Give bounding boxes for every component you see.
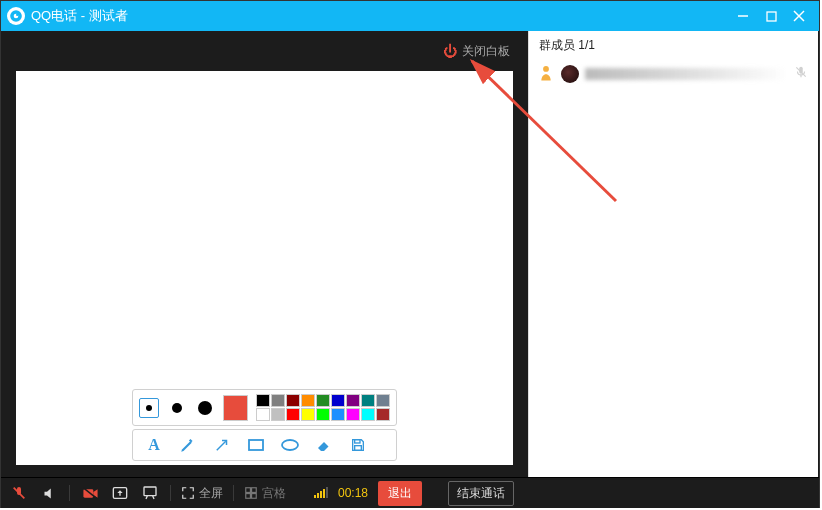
share-screen-icon[interactable] — [110, 486, 130, 500]
svg-rect-7 — [189, 439, 193, 443]
person-icon — [539, 64, 555, 83]
exit-button[interactable]: 退出 — [378, 481, 422, 506]
color-swatch[interactable] — [376, 394, 390, 407]
bottom-toolbar: 全屏 宫格 00:18 退出 结束通话 — [1, 477, 819, 508]
color-swatch[interactable] — [271, 394, 285, 407]
ellipse-tool[interactable] — [275, 433, 305, 457]
app-logo-icon — [7, 7, 25, 25]
brush-sizes — [139, 398, 215, 418]
fullscreen-button[interactable]: 全屏 — [181, 485, 223, 502]
session-name: 测试者 — [89, 8, 128, 23]
color-swatch[interactable] — [331, 408, 345, 421]
color-swatch[interactable] — [271, 408, 285, 421]
color-swatch[interactable] — [361, 408, 375, 421]
close-whiteboard-label: 关闭白板 — [462, 43, 510, 60]
color-swatch[interactable] — [256, 408, 270, 421]
brush-size-medium[interactable] — [167, 398, 187, 418]
color-swatch[interactable] — [286, 394, 300, 407]
text-tool[interactable]: A — [139, 433, 169, 457]
call-timer: 00:18 — [338, 486, 368, 500]
color-swatch[interactable] — [316, 408, 330, 421]
eraser-tool[interactable] — [309, 433, 339, 457]
grid-icon — [244, 486, 258, 500]
close-button[interactable] — [785, 1, 813, 31]
svg-rect-9 — [249, 440, 263, 450]
svg-rect-4 — [767, 12, 776, 21]
rectangle-tool[interactable] — [241, 433, 271, 457]
color-swatch[interactable] — [316, 394, 330, 407]
mic-muted-icon[interactable] — [794, 65, 808, 82]
fullscreen-icon — [181, 486, 195, 500]
svg-rect-25 — [246, 494, 251, 499]
svg-rect-24 — [252, 488, 257, 493]
svg-rect-23 — [246, 488, 251, 493]
whiteboard-panel: ⏻ 关闭白板 A — [1, 31, 528, 477]
svg-point-10 — [282, 440, 298, 450]
member-row[interactable] — [529, 60, 818, 87]
power-icon: ⏻ — [443, 43, 457, 59]
svg-line-8 — [217, 441, 226, 450]
svg-rect-11 — [355, 440, 360, 443]
end-call-button[interactable]: 结束通话 — [448, 481, 514, 506]
tool-row: A — [132, 429, 397, 461]
color-swatch[interactable] — [301, 394, 315, 407]
color-swatch[interactable] — [346, 394, 360, 407]
svg-point-2 — [16, 14, 18, 16]
current-color-swatch[interactable] — [223, 395, 248, 421]
window-title: QQ电话 - 测试者 — [31, 7, 729, 25]
member-name — [585, 68, 788, 80]
color-swatch[interactable] — [346, 408, 360, 421]
app-window: QQ电话 - 测试者 ⏻ 关闭白板 — [0, 0, 820, 508]
signal-strength-icon — [314, 488, 328, 498]
mic-toggle-icon[interactable] — [9, 485, 29, 501]
grid-button[interactable]: 宫格 — [244, 485, 286, 502]
close-whiteboard-button[interactable]: ⏻ 关闭白板 — [443, 43, 510, 60]
tool-panel: A — [132, 389, 397, 461]
member-avatar — [561, 65, 579, 83]
palette-row — [132, 389, 397, 426]
whiteboard-canvas[interactable]: A — [16, 71, 513, 465]
maximize-button[interactable] — [757, 1, 785, 31]
arrow-tool[interactable] — [207, 433, 237, 457]
whiteboard-icon[interactable] — [140, 485, 160, 501]
members-panel: 群成员 1/1 — [528, 31, 818, 477]
title-bar: QQ电话 - 测试者 — [1, 1, 819, 31]
svg-rect-26 — [252, 494, 257, 499]
pen-tool[interactable] — [173, 433, 203, 457]
color-swatch[interactable] — [256, 394, 270, 407]
color-swatch[interactable] — [331, 394, 345, 407]
svg-rect-12 — [355, 446, 362, 451]
color-swatch[interactable] — [361, 394, 375, 407]
brush-size-small[interactable] — [139, 398, 159, 418]
camera-toggle-icon[interactable] — [80, 486, 100, 501]
color-grid — [256, 394, 390, 421]
app-name: QQ电话 — [31, 8, 77, 23]
svg-rect-17 — [83, 489, 93, 498]
svg-point-13 — [543, 66, 549, 72]
color-swatch[interactable] — [376, 408, 390, 421]
brush-size-large[interactable] — [195, 398, 215, 418]
speaker-icon[interactable] — [39, 486, 59, 501]
svg-rect-20 — [144, 487, 156, 496]
minimize-button[interactable] — [729, 1, 757, 31]
color-swatch[interactable] — [301, 408, 315, 421]
members-header: 群成员 1/1 — [529, 31, 818, 60]
color-swatch[interactable] — [286, 408, 300, 421]
save-tool[interactable] — [343, 433, 373, 457]
